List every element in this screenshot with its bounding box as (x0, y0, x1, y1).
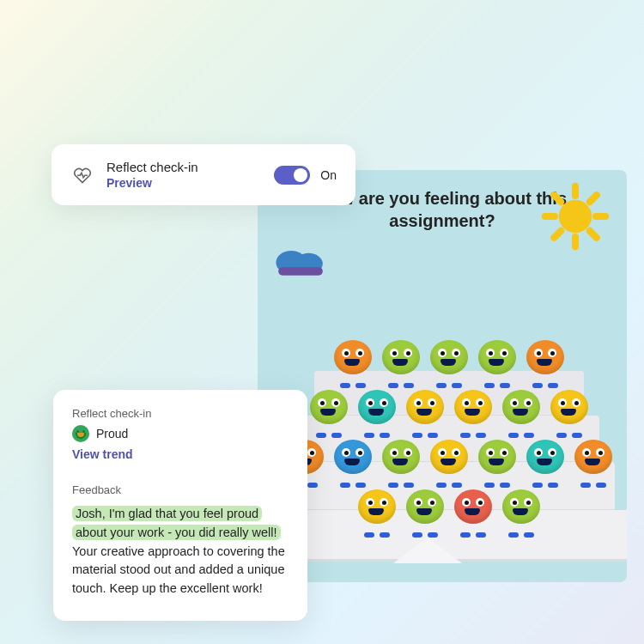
sun-icon (541, 182, 610, 251)
heart-icon (70, 163, 94, 187)
feelings-monster[interactable] (381, 436, 421, 483)
feelings-monster[interactable] (453, 486, 493, 532)
feedback-card: Reflect check-in Proud View trend Feedba… (53, 390, 307, 621)
bleacher-stage (275, 289, 623, 562)
svg-line-6 (590, 231, 597, 238)
svg-line-8 (554, 231, 561, 238)
toggle-state-label: On (320, 168, 337, 182)
feelings-monster[interactable] (550, 386, 589, 433)
feelings-monster[interactable] (405, 386, 445, 433)
reflect-toggle-switch[interactable] (274, 166, 310, 185)
svg-line-7 (590, 195, 597, 202)
feelings-monster[interactable] (501, 486, 541, 532)
feelings-monster[interactable] (574, 436, 613, 483)
feelings-monster[interactable] (357, 386, 397, 433)
preview-link[interactable]: Preview (106, 176, 274, 190)
toggle-title-box: Reflect check-in Preview (106, 160, 274, 190)
feelings-monster[interactable] (526, 337, 565, 383)
feedback-text: Josh, I'm glad that you feel proud about… (72, 505, 289, 598)
toggle-title: Reflect check-in (106, 160, 274, 174)
emotion-row: Proud (72, 425, 289, 442)
feelings-monster[interactable] (309, 386, 349, 433)
feedback-highlight: Josh, I'm glad that you feel proud about… (72, 506, 281, 540)
svg-line-5 (554, 195, 561, 202)
assignment-feelings-panel: How are you feeling about this assignmen… (258, 170, 627, 582)
feelings-monster[interactable] (429, 436, 469, 483)
emotion-label: Proud (96, 427, 128, 440)
feelings-monster[interactable] (526, 436, 565, 483)
feelings-monster[interactable] (429, 337, 469, 383)
feelings-monster[interactable] (333, 337, 373, 383)
feelings-monster[interactable] (357, 486, 397, 532)
feelings-monster[interactable] (453, 386, 493, 433)
reflect-toggle-card: Reflect check-in Preview On (52, 144, 355, 205)
feelings-monster[interactable] (405, 486, 445, 532)
svg-rect-11 (278, 267, 323, 276)
feelings-monster[interactable] (333, 436, 373, 483)
feedback-card-title: Reflect check-in (72, 407, 289, 420)
feedback-heading: Feedback (72, 483, 289, 496)
svg-point-0 (559, 200, 592, 233)
proud-emoji-icon (72, 425, 89, 442)
view-trend-link[interactable]: View trend (72, 447, 289, 461)
feelings-monster[interactable] (381, 337, 421, 383)
cloud-icon (271, 242, 330, 278)
feelings-monster[interactable] (477, 436, 517, 483)
feedback-rest: Your creative approach to covering the m… (72, 544, 285, 596)
feelings-monster[interactable] (501, 386, 541, 433)
feelings-monster[interactable] (477, 337, 517, 383)
